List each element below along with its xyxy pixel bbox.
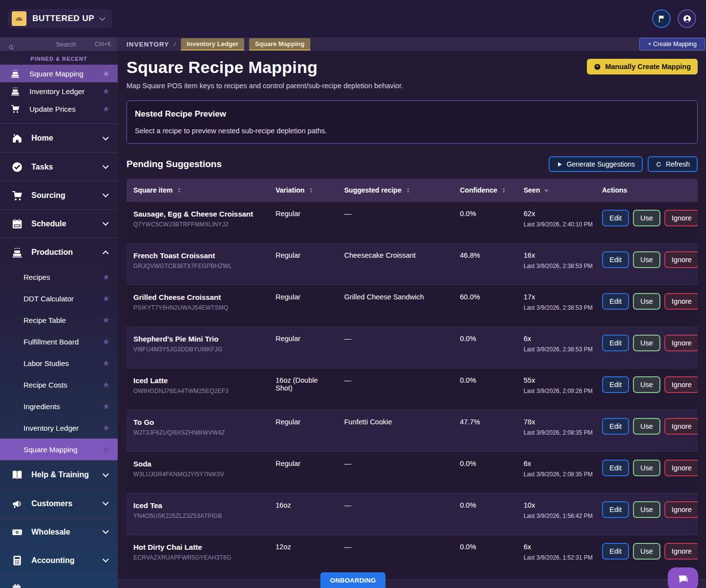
- sidebar-section-customers[interactable]: Customers: [0, 489, 118, 517]
- sidebar-sub-item-inventory-ledger[interactable]: Inventory Ledger ★: [0, 417, 118, 439]
- sort-icon: [308, 187, 314, 194]
- tab-inventory-ledger[interactable]: Inventory Ledger: [181, 38, 244, 50]
- sidebar-section-schedule[interactable]: Schedule: [0, 209, 118, 238]
- ignore-button[interactable]: Ignore: [664, 251, 698, 268]
- tab-square-mapping[interactable]: Square Mapping: [249, 38, 310, 50]
- sidebar-section-wholesale[interactable]: Wholesale: [0, 517, 118, 546]
- sidebar-clipped-item[interactable]: [0, 574, 118, 588]
- use-button[interactable]: Use: [633, 460, 660, 476]
- ignore-button[interactable]: Ignore: [664, 543, 698, 560]
- use-button[interactable]: Use: [633, 293, 660, 310]
- variation-cell: Regular: [276, 460, 334, 487]
- suggested-recipe-cell: Cheesecake Croissant: [344, 251, 460, 279]
- square-item-name: To Go: [133, 418, 271, 426]
- sidebar-section-label: Production: [31, 248, 103, 257]
- search-box[interactable]: Ctrl+K: [0, 37, 118, 51]
- edit-button[interactable]: Edit: [602, 335, 629, 351]
- flag-button[interactable]: [652, 9, 671, 28]
- star-icon[interactable]: ★: [102, 86, 110, 97]
- sidebar-sub-item-square-mapping[interactable]: Square Mapping ★: [0, 439, 118, 460]
- chat-button[interactable]: [668, 567, 698, 588]
- seen-last: Last 3/9/2026, 2:38:53 PM: [524, 345, 597, 353]
- ignore-button[interactable]: Ignore: [664, 460, 698, 476]
- edit-button[interactable]: Edit: [602, 251, 629, 268]
- sidebar-pinned-item-square-mapping[interactable]: Square Mapping ★: [0, 65, 118, 82]
- star-icon[interactable]: ★: [102, 315, 110, 325]
- suggested-recipe-cell: —: [344, 210, 460, 237]
- sidebar-sub-item-ingredients[interactable]: Ingredients ★: [0, 395, 118, 417]
- variation-cell: Regular: [276, 293, 334, 320]
- star-icon[interactable]: ★: [102, 104, 110, 114]
- star-icon[interactable]: ★: [102, 358, 110, 368]
- ignore-button[interactable]: Ignore: [664, 501, 698, 518]
- star-icon[interactable]: ★: [102, 423, 110, 433]
- table-row: Shepherd's Pie Mini Trio VI6FU4M3Y5JG3DD…: [126, 326, 698, 368]
- star-icon[interactable]: ★: [102, 272, 110, 282]
- refresh-button[interactable]: Refresh: [648, 156, 698, 172]
- column-variation[interactable]: Variation: [276, 186, 344, 194]
- seen-count: 6x: [524, 543, 597, 551]
- edit-button[interactable]: Edit: [602, 210, 629, 226]
- sidebar-sub-item-recipe-costs[interactable]: Recipe Costs ★: [0, 374, 118, 395]
- account-button[interactable]: [678, 9, 696, 28]
- seen-count: 6x: [524, 460, 597, 467]
- onboarding-button[interactable]: ONBOARDING: [320, 572, 385, 588]
- edit-button[interactable]: Edit: [602, 418, 629, 435]
- edit-button[interactable]: Edit: [602, 543, 629, 560]
- square-item-key: OWIHGDNJ76EA4TWM25EQ2EF3: [133, 388, 271, 394]
- sidebar-section-help-training[interactable]: Help & Training: [0, 461, 118, 489]
- star-icon[interactable]: ★: [102, 69, 110, 79]
- sidebar-section-accounting[interactable]: Accounting: [0, 546, 118, 574]
- column-suggested-recipe[interactable]: Suggested recipe: [344, 186, 460, 194]
- sidebar-sub-item-recipes[interactable]: Recipes ★: [0, 266, 118, 288]
- use-button[interactable]: Use: [633, 418, 660, 435]
- ignore-button[interactable]: Ignore: [664, 210, 698, 226]
- use-button[interactable]: Use: [633, 251, 660, 268]
- chat-icon: [677, 573, 689, 585]
- chevron-down-icon: [100, 15, 106, 21]
- edit-button[interactable]: Edit: [602, 501, 629, 518]
- breadcrumb: INVENTORY / Inventory Ledger Square Mapp…: [118, 37, 638, 51]
- sidebar-sub-item-ddt-calculator[interactable]: DDT Calculator ★: [0, 288, 118, 309]
- manually-create-mapping-button[interactable]: Manually Create Mapping: [587, 59, 698, 74]
- sidebar-section-tasks[interactable]: Tasks: [0, 152, 118, 181]
- use-button[interactable]: Use: [633, 376, 660, 393]
- sidebar-sub-item-labor-studies[interactable]: Labor Studies ★: [0, 352, 118, 374]
- star-icon[interactable]: ★: [102, 401, 110, 412]
- sidebar-sub-item-fulfillment-board[interactable]: Fulfillment Board ★: [0, 331, 118, 352]
- sidebar-item-label: Fulfillment Board: [24, 338, 102, 346]
- use-button[interactable]: Use: [633, 210, 660, 226]
- play-icon: [556, 161, 563, 168]
- create-mapping-button[interactable]: + Create Mapping: [639, 38, 705, 50]
- main-panel: Square Recipe Mapping Map Square POS ite…: [118, 51, 706, 588]
- use-button[interactable]: Use: [633, 501, 660, 518]
- column-confidence[interactable]: Confidence: [460, 186, 524, 194]
- edit-button[interactable]: Edit: [602, 293, 629, 310]
- star-icon[interactable]: ★: [102, 380, 110, 390]
- edit-button[interactable]: Edit: [602, 460, 629, 476]
- sidebar-pinned-item-inventory-ledger[interactable]: Inventory Ledger ★: [0, 82, 118, 100]
- ignore-button[interactable]: Ignore: [664, 335, 698, 351]
- star-icon[interactable]: ★: [102, 444, 110, 455]
- column-seen[interactable]: Seen: [524, 186, 602, 194]
- column-square-item[interactable]: Square item: [126, 186, 276, 194]
- star-icon[interactable]: ★: [102, 337, 110, 347]
- brand-menu[interactable]: BUTTERED UP: [8, 9, 112, 28]
- sidebar-section-sourcing[interactable]: Sourcing: [0, 181, 118, 209]
- edit-button[interactable]: Edit: [602, 376, 629, 393]
- use-button[interactable]: Use: [633, 543, 660, 560]
- sidebar-section-production[interactable]: Production: [0, 238, 118, 266]
- sidebar-pinned-item-update-prices[interactable]: Update Prices ★: [0, 100, 118, 118]
- sidebar-sub-item-recipe-table[interactable]: Recipe Table ★: [0, 309, 118, 331]
- sort-down-icon: [543, 187, 550, 194]
- ignore-button[interactable]: Ignore: [664, 376, 698, 393]
- ignore-button[interactable]: Ignore: [664, 293, 698, 310]
- table-row: Soda W3LUJGR4FKNMOJYI5Y7NIK5V Regular — …: [126, 451, 698, 493]
- use-button[interactable]: Use: [633, 335, 660, 351]
- cake-icon: [11, 246, 24, 259]
- ignore-button[interactable]: Ignore: [664, 418, 698, 435]
- star-icon[interactable]: ★: [102, 294, 110, 304]
- square-item-key: Q7YWC5CWJ3BTRFFMMXLINYJ2: [133, 221, 271, 228]
- sidebar-section-home[interactable]: Home: [0, 124, 118, 152]
- generate-suggestions-button[interactable]: Generate Suggestions: [549, 156, 643, 172]
